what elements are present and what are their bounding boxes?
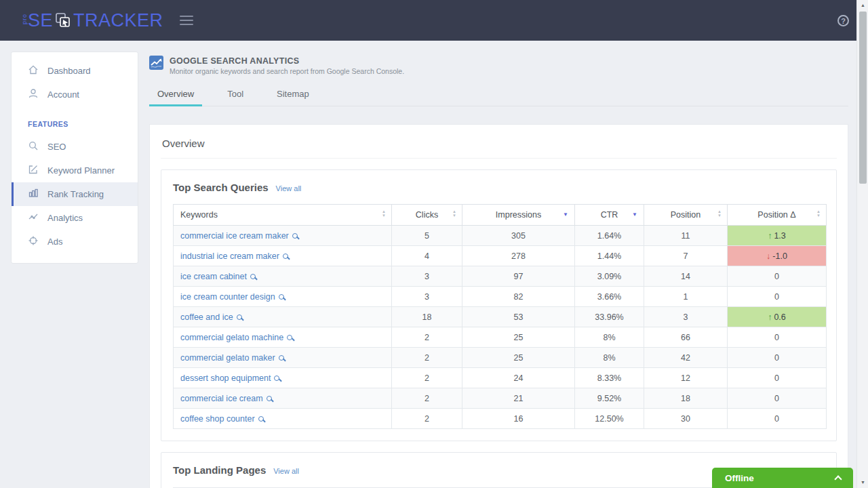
tab-bar: Overview Tool Sitemap [149, 84, 848, 106]
chat-status-widget[interactable]: Offline [712, 468, 853, 488]
impressions-cell: 53 [462, 307, 575, 327]
keyword-link[interactable]: dessert shop equipment [180, 373, 271, 383]
bar-chart-icon [28, 188, 47, 201]
table-row: industrial ice cream maker 4 278 1.44% 7… [174, 246, 827, 266]
position-cell: 7 [644, 246, 728, 266]
keyword-link[interactable]: commercial gelato maker [180, 353, 275, 363]
section-title: Overview [161, 125, 837, 158]
sort-icon: ▲▼ [717, 209, 722, 218]
scrollbar-up-arrow-icon[interactable]: ▲ [857, 0, 868, 11]
position-cell: 42 [644, 348, 728, 368]
keyword-link[interactable]: commercial ice cream [180, 394, 263, 403]
sidebar-item-account[interactable]: Account [12, 83, 138, 106]
keyword-link[interactable]: ice cream cabinet [180, 272, 247, 281]
search-icon[interactable] [279, 294, 284, 300]
scrollbar-down-arrow-icon[interactable]: ▼ [857, 477, 868, 488]
sidebar-item-label: Dashboard [47, 66, 91, 76]
impressions-cell: 21 [462, 388, 575, 409]
logo-text-tracker: TRACKER [73, 10, 163, 31]
impressions-cell: 24 [462, 368, 575, 388]
search-icon[interactable] [274, 375, 279, 381]
position-delta-cell: 0 [728, 348, 827, 368]
search-icon[interactable] [250, 274, 256, 279]
table-row: ice cream cabinet 3 97 3.09% 14 0 [174, 266, 827, 287]
search-icon[interactable] [237, 314, 242, 320]
clicks-cell: 2 [392, 327, 462, 348]
search-queries-table: Keywords ▲▼ Clicks ▲▼ Impressions ▼ CTR … [173, 204, 827, 429]
column-header-ctr[interactable]: CTR ▼ [575, 205, 644, 226]
position-delta-cell: ↑0.6 [728, 307, 827, 327]
search-icon[interactable] [287, 335, 292, 340]
page-scrollbar[interactable]: ▲ ▼ [856, 0, 868, 488]
arrow-up-icon: ↑ [768, 312, 772, 322]
scrollbar-thumb[interactable] [859, 12, 867, 184]
clicks-cell: 3 [392, 287, 462, 307]
search-icon[interactable] [267, 396, 272, 401]
column-header-position[interactable]: Position ▲▼ [644, 205, 728, 226]
sidebar-item-label: SEO [47, 142, 66, 152]
tab-tool[interactable]: Tool [219, 85, 252, 106]
keyword-link[interactable]: ice cream counter design [180, 292, 275, 302]
ctr-cell: 1.64% [575, 226, 644, 246]
impressions-cell: 278 [462, 246, 575, 266]
search-icon [28, 140, 47, 153]
help-icon[interactable]: ? [837, 15, 849, 26]
tab-sitemap[interactable]: Sitemap [269, 85, 317, 106]
table-row: ice cream counter design 3 82 3.66% 1 0 [174, 287, 827, 307]
impressions-cell: 25 [462, 348, 575, 368]
search-icon[interactable] [283, 253, 288, 259]
page-title: GOOGLE SEARCH ANALYTICS [170, 56, 404, 66]
column-header-keywords[interactable]: Keywords ▲▼ [174, 205, 392, 226]
position-cell: 11 [644, 226, 728, 246]
ctr-cell: 8.33% [575, 368, 644, 388]
ctr-cell: 3.09% [575, 266, 644, 287]
chevron-up-icon [834, 475, 842, 483]
edit-icon [28, 164, 47, 177]
menu-hamburger-icon[interactable] [176, 9, 197, 32]
table-row: commercial ice cream 2 21 9.52% 18 0 [174, 388, 827, 409]
keyword-link[interactable]: industrial ice cream maker [180, 251, 279, 261]
table-row: commercial ice cream maker 5 305 1.64% 1… [174, 226, 827, 246]
view-all-landing-link[interactable]: View all [273, 467, 299, 475]
tab-overview[interactable]: Overview [149, 85, 202, 106]
clicks-cell: 2 [392, 409, 462, 429]
column-header-position-delta[interactable]: Position Δ ▲▼ [728, 205, 827, 226]
sort-icon: ▲▼ [382, 209, 386, 218]
sidebar-item-label: Account [47, 89, 79, 100]
sidebar-item-label: Rank Tracking [47, 189, 104, 199]
sort-icon: ▲▼ [816, 209, 821, 218]
sidebar-item-rank-tracking[interactable]: Rank Tracking [12, 182, 138, 206]
position-cell: 18 [644, 388, 728, 409]
analytics-feature-icon [149, 56, 163, 75]
ctr-cell: 33.96% [575, 307, 644, 327]
sidebar-item-dashboard[interactable]: Dashboard [12, 59, 138, 83]
view-all-queries-link[interactable]: View all [276, 184, 302, 192]
sort-icon: ▲▼ [452, 209, 456, 218]
column-header-clicks[interactable]: Clicks ▲▼ [392, 205, 462, 226]
sidebar-item-ads[interactable]: Ads [12, 230, 138, 253]
position-delta-cell: 0 [728, 327, 827, 348]
user-icon [28, 88, 47, 101]
keyword-link[interactable]: commercial ice cream maker [180, 231, 289, 241]
keyword-link[interactable]: commercial gelato machine [180, 333, 283, 342]
sort-desc-icon: ▼ [563, 211, 568, 218]
column-header-impressions[interactable]: Impressions ▼ [462, 205, 575, 226]
chat-status-label: Offline [725, 473, 754, 483]
home-icon [28, 64, 47, 77]
sidebar-item-seo[interactable]: SEO [12, 135, 138, 159]
sidebar-section-features: FEATURES [12, 106, 138, 135]
sidebar-item-analytics[interactable]: Analytics [12, 206, 138, 230]
keyword-link[interactable]: coffee and ice [180, 312, 233, 322]
clicks-cell: 4 [392, 246, 462, 266]
search-icon[interactable] [292, 233, 298, 239]
impressions-cell: 25 [462, 327, 575, 348]
position-cell: 3 [644, 307, 728, 327]
feature-header: GOOGLE SEARCH ANALYTICS Monitor organic … [149, 56, 848, 75]
sort-desc-icon: ▼ [632, 211, 637, 218]
search-icon[interactable] [279, 355, 284, 361]
keyword-link[interactable]: coffee shop counter [180, 414, 255, 424]
sidebar-item-label: Analytics [47, 213, 83, 223]
search-icon[interactable] [258, 416, 264, 422]
app-logo[interactable]: pro SE TRACKER [20, 10, 163, 31]
sidebar-item-keyword-planner[interactable]: Keyword Planner [12, 159, 138, 182]
